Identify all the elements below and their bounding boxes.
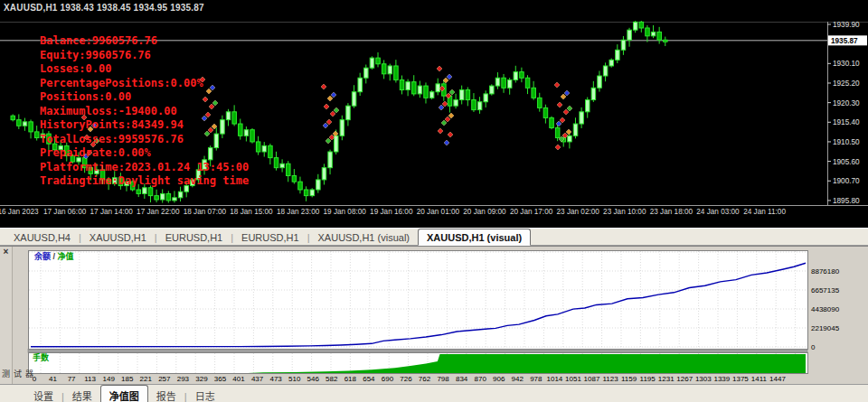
candle-body [388, 66, 392, 74]
time-tick-label: 24 Jan 11:00 [743, 208, 786, 216]
candle-body [627, 30, 632, 40]
candle-body [394, 66, 399, 79]
trade-arrow-icon [566, 129, 571, 135]
trade-tick-label: 978 [530, 375, 542, 383]
candle-body [250, 130, 255, 142]
trade-arrow-icon [334, 108, 339, 113]
trade-arrow-icon [563, 109, 569, 115]
chart-title-quote: XAUUSD,H1 1938.43 1938.45 1934.95 1935.8… [4, 3, 204, 13]
ea-info-line: HistoryPoints:84349.94 [40, 118, 249, 133]
tester-tab-0[interactable]: 设置 [25, 386, 61, 402]
trade-tick-label: 401 [232, 375, 245, 383]
candle-body [436, 84, 440, 92]
trade-arrow-icon [441, 120, 447, 126]
candle-body [495, 78, 500, 86]
trade-arrow-icon [330, 111, 335, 117]
candle-body [586, 100, 590, 112]
time-tick-label: 20 Jan 01:00 [417, 208, 460, 216]
trade-tick-label: 798 [437, 375, 449, 383]
trade-tick-label: 1159 [621, 375, 637, 383]
candle-body [555, 127, 560, 137]
trade-tick-label: 906 [493, 375, 505, 383]
candle-body [664, 40, 668, 42]
trade-arrow-icon [554, 82, 560, 88]
candle-body [316, 180, 321, 190]
candle-body [34, 132, 39, 138]
current-price-label: 1935.87 [831, 37, 858, 45]
chart-tab-5[interactable]: XAUUSD,H1 (visual) [418, 229, 531, 246]
candle-body [292, 176, 297, 182]
trade-tick-label: 221 [140, 375, 153, 383]
equity-pane [29, 251, 808, 350]
candle-body [502, 78, 506, 88]
trade-tick-label: 582 [326, 375, 338, 383]
time-tick-label: 16 Jan 2023 [0, 208, 39, 216]
time-tick-label: 18 Jan 23:00 [277, 208, 320, 216]
candle-body [280, 164, 285, 167]
candle-body [269, 145, 273, 157]
tester-vertical-tab[interactable]: 测试器 [0, 369, 35, 384]
trade-tick-label: 329 [195, 375, 208, 383]
candle-body [358, 78, 363, 91]
candle-body [274, 158, 278, 168]
candle-body [376, 58, 381, 64]
trade-tick-label: 1195 [640, 375, 656, 383]
close-icon[interactable]: × [1, 248, 11, 257]
chart-tab-1[interactable]: XAUUSD,H1 [81, 229, 155, 245]
trade-tick-label: 834 [456, 375, 468, 383]
time-tick-label: 18 Jan 07:00 [184, 208, 227, 216]
candle-body [460, 89, 465, 99]
price-tick-label: 1939.90 [833, 21, 860, 29]
trade-tick-label: 1339 [713, 375, 730, 383]
equity-graph[interactable]: 余额 / 净值88761806657135443809022190450手数04… [0, 247, 868, 385]
trade-tick-label: 77 [68, 375, 76, 383]
candle-body [155, 196, 159, 200]
pane-divider[interactable] [28, 350, 807, 353]
price-tick-label: 1915.40 [833, 118, 860, 126]
candle-body [166, 193, 171, 201]
tester-tab-3[interactable]: 报告 [148, 386, 184, 402]
trade-tick-label: 654 [363, 375, 375, 383]
time-tick-label: 19 Jan 08:00 [324, 208, 367, 216]
tester-tab-1[interactable]: 结果 [64, 386, 100, 402]
trade-arrow-icon [321, 84, 326, 89]
chart-tab-0[interactable]: XAUUSD,H4 [5, 229, 79, 245]
trade-tick-label: 690 [382, 375, 394, 383]
trade-arrow-icon [442, 101, 448, 107]
time-tick-label: 23 Jan 18:00 [650, 208, 693, 216]
price-tick-label: 1895.80 [833, 197, 860, 205]
candle-body [490, 86, 495, 94]
candle-body [657, 32, 662, 40]
price-tick-label: 1910.50 [833, 138, 860, 146]
time-tick-label: 20 Jan 09:00 [463, 208, 506, 216]
candle-body [17, 120, 22, 126]
chart-tab-4[interactable]: XAUUSD,H1 (visual) [310, 229, 418, 245]
trade-arrow-icon [327, 96, 333, 101]
chart-tab-3[interactable]: EURUSD,H1 [233, 229, 307, 245]
ea-info-line: Prepaidrate:0.00% [40, 146, 249, 161]
candle-body [148, 188, 153, 196]
ea-info-line: PercentagePositions:0.00% [40, 77, 249, 91]
candle-body [364, 68, 369, 78]
trade-tick-label: 1231 [658, 375, 675, 383]
lots-label: 手数 [33, 352, 50, 362]
candle-body [484, 94, 488, 102]
trade-arrow-icon [439, 105, 444, 110]
ea-info-line: Tradingtime:Daylight saving time [40, 174, 249, 189]
candle-body [573, 124, 578, 136]
candle-body [406, 82, 410, 90]
tester-tab-2[interactable]: 净值图 [100, 385, 148, 402]
candle-body [550, 117, 554, 127]
tester-tab-4[interactable]: 日志 [187, 386, 223, 402]
trade-tick-label: 41 [49, 375, 57, 383]
candle-body [256, 142, 260, 152]
equity-tick-label: 0 [811, 343, 816, 351]
candle-body [514, 72, 518, 80]
chart-tab-2[interactable]: EURUSD,H1 [157, 229, 231, 245]
trade-arrow-icon [326, 119, 332, 125]
candle-body [472, 100, 476, 110]
candle-body [161, 193, 165, 200]
time-tick-label: 17 Jan 06:00 [43, 208, 87, 216]
trade-tick-label: 113 [84, 375, 96, 383]
candle-body [429, 92, 434, 98]
